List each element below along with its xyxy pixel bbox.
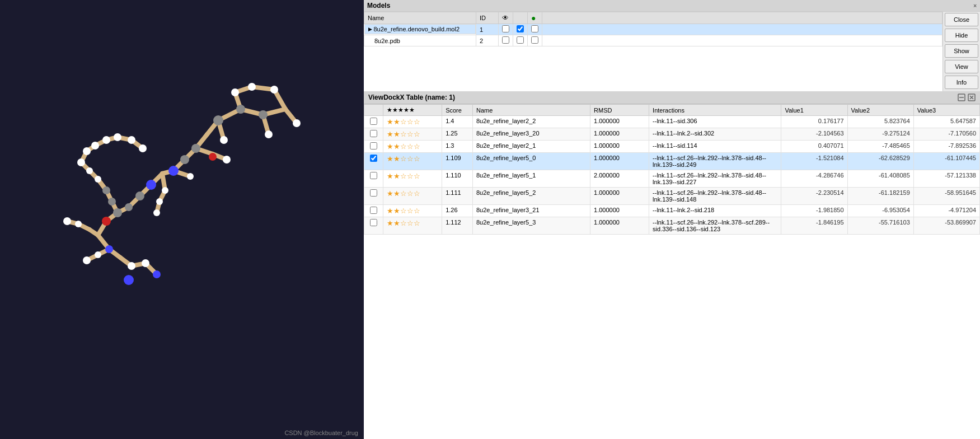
row-checkbox[interactable] (364, 141, 383, 153)
models-row1-check3[interactable] (528, 24, 542, 35)
row-v2: -6.953054 (847, 205, 913, 217)
col-rating[interactable]: ★★★★★ (383, 105, 442, 116)
models-row1-extra (542, 24, 943, 35)
info-button[interactable]: Info (945, 76, 978, 89)
row-name: 8u2e_refine_layer5_1 (472, 170, 590, 188)
svg-point-87 (113, 208, 122, 217)
models-row2-extra (542, 35, 943, 46)
row-name: 8u2e_refine_layer5_2 (472, 188, 590, 205)
viewdock-close-icon[interactable] (968, 94, 976, 101)
viewdock-header-row: ★★★★★ Score Name RMSD Interactions Value… (364, 105, 980, 116)
models-row1-check3-input[interactable] (531, 25, 538, 32)
row-checkbox[interactable] (364, 205, 383, 217)
row-stars: ★★☆☆☆ (383, 128, 442, 141)
svg-point-62 (223, 156, 231, 164)
viewdock-tbody: ★★☆☆☆ 1.4 8u2e_refine_layer2_2 1.000000 … (364, 116, 980, 235)
viewdock-row[interactable]: ★★☆☆☆ 1.109 8u2e_refine_layer5_0 1.00000… (364, 153, 980, 170)
row-interactions: --lnk.11--scf.26--lnk.292--lnk.378--scf.… (649, 217, 781, 235)
viewdock-section: ViewDockX Table (name: 1) ★★ (364, 91, 980, 439)
viewdock-row[interactable]: ★★☆☆☆ 1.25 8u2e_refine_layer3_20 1.00000… (364, 128, 980, 141)
col-rmsd[interactable]: RMSD (590, 105, 649, 116)
svg-point-68 (83, 256, 91, 264)
row-interactions: --lnk.11--scf.26--lnk.292--lnk.378--sid.… (649, 188, 781, 205)
row-v1: 0.176177 (781, 116, 847, 128)
svg-rect-0 (0, 0, 364, 439)
row-checkbox[interactable] (364, 217, 383, 235)
show-button[interactable]: Show (945, 44, 978, 58)
models-row2-check3-input[interactable] (531, 36, 538, 44)
col-v1[interactable]: Value1 (781, 105, 847, 116)
row-v1: -1.521084 (781, 153, 847, 170)
models-body: Name ID 👁 ● ▶ 8u2e_refine.denovo (364, 12, 980, 91)
row-v1: -2.104563 (781, 128, 847, 141)
models-col-extra (542, 12, 943, 24)
svg-point-56 (293, 119, 301, 127)
viewdock-table: ★★★★★ Score Name RMSD Interactions Value… (364, 104, 980, 235)
row-v2: -7.485465 (847, 141, 913, 153)
models-row2-check2[interactable] (513, 35, 528, 46)
svg-point-54 (102, 217, 111, 226)
row-name: 8u2e_refine_layer3_20 (472, 128, 590, 141)
viewdock-table-container[interactable]: ★★★★★ Score Name RMSD Interactions Value… (364, 104, 980, 439)
viewdock-row[interactable]: ★★☆☆☆ 1.112 8u2e_refine_layer5_3 1.00000… (364, 217, 980, 235)
col-score[interactable]: Score (442, 105, 473, 116)
svg-point-50 (146, 180, 156, 190)
models-row2-check2-input[interactable] (517, 36, 524, 44)
row-checkbox[interactable] (364, 116, 383, 128)
col-name[interactable]: Name (472, 105, 590, 116)
viewdock-header-icons (958, 94, 976, 101)
row-rmsd: 1.000000 (590, 217, 649, 235)
col-v3[interactable]: Value3 (913, 105, 979, 116)
watermark: CSDN @Blockbuater_drug (284, 429, 358, 436)
row-interactions: --lnk.11--lnk.2--sid.218 (649, 205, 781, 217)
row-score: 1.4 (442, 116, 473, 128)
row-interactions: --lnk.11--scf.26--lnk.292--lnk.378--sid.… (649, 170, 781, 188)
svg-point-63 (187, 173, 194, 180)
close-button[interactable]: Close (945, 13, 978, 26)
models-row1-id: 1 (476, 24, 499, 35)
row-v1: -4.286746 (781, 170, 847, 188)
row-checkbox[interactable] (364, 188, 383, 205)
svg-point-52 (105, 245, 113, 253)
viewdock-row[interactable]: ★★☆☆☆ 1.4 8u2e_refine_layer2_2 1.000000 … (364, 116, 980, 128)
svg-point-88 (108, 198, 116, 206)
models-row2-visible-check[interactable] (502, 36, 509, 44)
svg-point-78 (86, 167, 93, 174)
viewdock-row[interactable]: ★★☆☆☆ 1.26 8u2e_refine_layer3_21 1.00000… (364, 205, 980, 217)
svg-point-55 (209, 153, 217, 161)
row-stars: ★★☆☆☆ (383, 217, 442, 235)
svg-point-71 (142, 259, 149, 267)
row-checkbox[interactable] (364, 128, 383, 141)
viewdock-minimize-icon[interactable] (958, 94, 965, 101)
row-v1: -1.846195 (781, 217, 847, 235)
svg-point-91 (125, 203, 133, 211)
col-v2[interactable]: Value2 (847, 105, 913, 116)
svg-point-64 (83, 147, 91, 155)
row-checkbox[interactable] (364, 170, 383, 188)
models-row-2[interactable]: 8u2e.pdb 2 (364, 35, 943, 46)
models-row2-check3[interactable] (528, 35, 542, 46)
row-rmsd: 1.000000 (590, 188, 649, 205)
models-row1-check2[interactable] (513, 24, 528, 35)
svg-point-82 (213, 115, 223, 125)
viewdock-row[interactable]: ★★☆☆☆ 1.111 8u2e_refine_layer5_2 1.00000… (364, 188, 980, 205)
row-checkbox[interactable] (364, 153, 383, 170)
models-col-green: ● (528, 12, 542, 24)
models-row-1[interactable]: ▶ 8u2e_refine.denovo_build.mol2 1 (364, 24, 943, 35)
row-rmsd: 1.000000 (590, 153, 649, 170)
hide-button[interactable]: Hide (945, 29, 978, 42)
row-score: 1.25 (442, 128, 473, 141)
row-v1: -2.230514 (781, 188, 847, 205)
models-row2-eye-check[interactable] (499, 35, 513, 46)
col-interactions[interactable]: Interactions (649, 105, 781, 116)
viewdock-row[interactable]: ★★☆☆☆ 1.110 8u2e_refine_layer5_1 2.00000… (364, 170, 980, 188)
row-interactions: --lnk.11--scf.26--lnk.292--lnk.378--sid.… (649, 153, 781, 170)
svg-point-59 (270, 86, 278, 94)
models-row1-visible-check[interactable] (502, 25, 509, 32)
models-row1-eye-check[interactable] (499, 24, 513, 35)
models-col-check1 (513, 12, 528, 24)
view-button[interactable]: View (945, 60, 978, 73)
viewdock-row[interactable]: ★★☆☆☆ 1.3 8u2e_refine_layer2_1 1.000000 … (364, 141, 980, 153)
models-row1-check2-input[interactable] (517, 25, 524, 32)
col-checkbox (364, 105, 383, 116)
